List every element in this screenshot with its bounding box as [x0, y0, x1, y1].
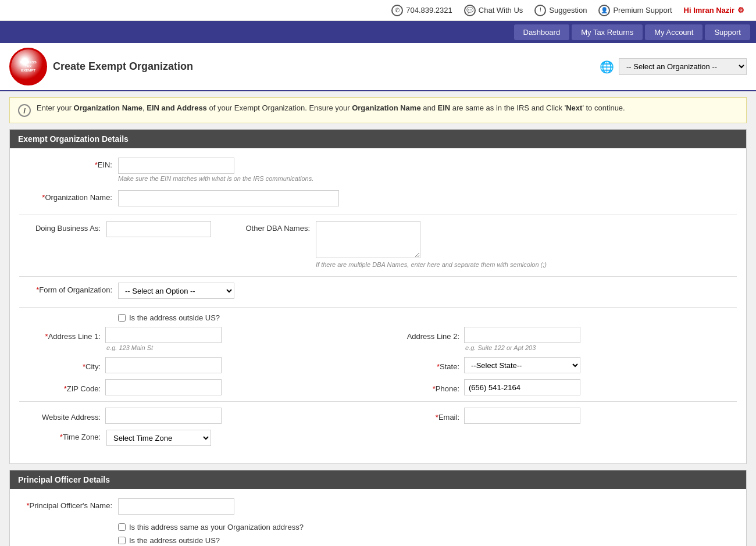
email-label: *Email:: [390, 410, 459, 422]
phone-label: *Phone:: [390, 381, 459, 393]
premium-support-item[interactable]: 👤 Premium Support: [598, 5, 672, 16]
dba-right: Other DBA Names: If there are multiple D…: [234, 221, 547, 268]
nav-dashboard[interactable]: Dashboard: [514, 24, 570, 40]
state-label: *State:: [390, 359, 459, 371]
website-group: Website Address:: [19, 408, 366, 424]
logo: EXPRESSTAXEXEMPT: [9, 48, 47, 85]
exempt-section-header-wrap: Exempt Organization Details: [10, 130, 746, 148]
org-select[interactable]: -- Select an Organization --: [619, 58, 747, 75]
other-dba-hint: If there are multiple DBA Names, enter h…: [316, 261, 547, 268]
zip-group: *ZIP Code:: [19, 379, 366, 395]
dba-input[interactable]: [106, 221, 211, 237]
website-input[interactable]: [105, 408, 222, 424]
top-bar: ✆ 704.839.2321 💬 Chat With Us ! Suggesti…: [0, 0, 756, 21]
principal-section-body: *Principal Officer's Name: Is this addre…: [10, 489, 746, 546]
suggestion-item[interactable]: ! Suggestion: [534, 5, 587, 16]
outside-us-label[interactable]: Is the address outside US?: [129, 313, 220, 322]
principal-section: Principal Officer Details *Principal Off…: [9, 470, 747, 546]
principal-outside-us-label[interactable]: Is the address outside US?: [129, 536, 220, 545]
page-title: Create Exempt Organization: [53, 60, 193, 73]
form-org-row: *Form of Organization: -- Select an Opti…: [19, 283, 737, 299]
addr2-inner: Address Line 2:: [390, 327, 737, 343]
dba-left: Doing Business As:: [19, 221, 211, 268]
exempt-section-body: *EIN: Make sure the EIN matches with wha…: [10, 148, 746, 463]
info-text: Enter your Organization Name, EIN and Ad…: [37, 104, 625, 112]
exempt-org-section: Exempt Organization Details *EIN: Make s…: [9, 129, 747, 464]
principal-outside-us-row: Is the address outside US?: [118, 536, 737, 545]
form-org-label: *Form of Organization:: [19, 283, 112, 294]
header-row: EXPRESSTAXEXEMPT Create Exempt Organizat…: [0, 43, 756, 91]
chat-item[interactable]: 💬 Chat With Us: [464, 5, 523, 16]
user-greeting: Hi Imran Nazir: [684, 6, 734, 15]
chat-label: Chat With Us: [479, 6, 523, 15]
principal-section-header-wrap: Principal Officer Details: [10, 470, 746, 489]
email-group: *Email:: [390, 408, 737, 424]
info-banner: i Enter your Organization Name, EIN and …: [9, 97, 747, 123]
timezone-select[interactable]: Select Time Zone Eastern Central Mountai…: [106, 430, 211, 446]
chat-icon: 💬: [464, 5, 476, 16]
zip-phone-row: *ZIP Code: *Phone:: [19, 379, 737, 395]
suggestion-icon: !: [534, 5, 546, 16]
principal-section-title: Principal Officer Details: [10, 470, 155, 489]
addr2-input[interactable]: [464, 327, 580, 343]
city-input[interactable]: [105, 357, 222, 373]
org-name-label: *Organization Name:: [19, 190, 112, 202]
phone-group: *Phone:: [390, 379, 737, 395]
ein-label: *EIN:: [19, 158, 112, 169]
addr1-label: *Address Line 1:: [19, 329, 101, 341]
nav-bar: Dashboard My Tax Returns My Account Supp…: [0, 21, 756, 43]
other-dba-textarea[interactable]: [316, 221, 420, 258]
divider-1: [19, 215, 737, 215]
timezone-label: *Time Zone:: [19, 430, 101, 441]
website-email-row: Website Address: *Email:: [19, 408, 737, 424]
phone-icon: ✆: [391, 5, 403, 16]
addr2-hint: e.g. Suite 122 or Apt 203: [465, 344, 737, 351]
state-group: *State: --Select State-- ALAKAZCACOFLGAN…: [390, 357, 737, 373]
email-input[interactable]: [464, 408, 580, 424]
logo-text: EXPRESSTAXEXEMPT: [20, 60, 36, 73]
nav-support[interactable]: Support: [705, 24, 750, 40]
phone-input[interactable]: [464, 379, 580, 395]
city-state-row: *City: *State: --Select State-- ALAKAZCA…: [19, 357, 737, 373]
addr2-group: Address Line 2: e.g. Suite 122 or Apt 20…: [390, 327, 737, 351]
zip-input[interactable]: [105, 379, 222, 395]
logo-area: EXPRESSTAXEXEMPT Create Exempt Organizat…: [9, 48, 193, 85]
ein-row: *EIN: Make sure the EIN matches with wha…: [19, 158, 737, 182]
state-select[interactable]: --Select State-- ALAKAZCACOFLGANYTX: [464, 357, 580, 373]
address-row-1: *Address Line 1: e.g. 123 Main St Addres…: [19, 327, 737, 351]
ein-input[interactable]: [118, 158, 234, 174]
principal-outside-us-checkbox[interactable]: [118, 537, 126, 544]
officer-name-input[interactable]: [118, 498, 234, 515]
nav-account[interactable]: My Account: [645, 24, 702, 40]
org-name-row: *Organization Name:: [19, 190, 737, 206]
other-dba-group: If there are multiple DBA Names, enter h…: [316, 221, 547, 268]
officer-name-row: *Principal Officer's Name:: [19, 498, 737, 515]
addr1-inner: *Address Line 1:: [19, 327, 366, 343]
nav-tax-returns[interactable]: My Tax Returns: [572, 24, 643, 40]
addr1-hint: e.g. 123 Main St: [106, 344, 366, 351]
info-icon: i: [18, 104, 31, 117]
same-address-label[interactable]: Is this address same as your Organizatio…: [129, 523, 304, 531]
addr2-label: Address Line 2:: [390, 329, 459, 341]
divider-4: [19, 401, 737, 402]
form-org-select[interactable]: -- Select an Option -- Corporation Assoc…: [118, 283, 234, 299]
globe-icon: 🌐: [600, 60, 614, 74]
outside-us-checkbox[interactable]: [118, 314, 126, 322]
gear-icon: ⚙: [737, 6, 744, 15]
phone-item[interactable]: ✆ 704.839.2321: [391, 5, 452, 16]
officer-name-label: *Principal Officer's Name:: [19, 498, 112, 510]
suggestion-label: Suggestion: [549, 6, 587, 15]
same-address-checkbox[interactable]: [118, 523, 126, 531]
org-name-input[interactable]: [118, 190, 339, 206]
ein-hint: Make sure the EIN matches with what is o…: [118, 175, 313, 182]
user-greeting-item[interactable]: Hi Imran Nazir ⚙: [684, 6, 744, 15]
phone-number: 704.839.2321: [406, 6, 452, 15]
addr1-input[interactable]: [105, 327, 222, 343]
divider-2: [19, 276, 737, 277]
premium-support-label: Premium Support: [613, 6, 672, 15]
outside-us-row: Is the address outside US?: [118, 313, 737, 322]
exempt-section-title: Exempt Organization Details: [10, 130, 155, 148]
website-label: Website Address:: [19, 410, 101, 422]
city-label: *City:: [19, 359, 101, 371]
other-dba-label: Other DBA Names:: [234, 221, 310, 233]
